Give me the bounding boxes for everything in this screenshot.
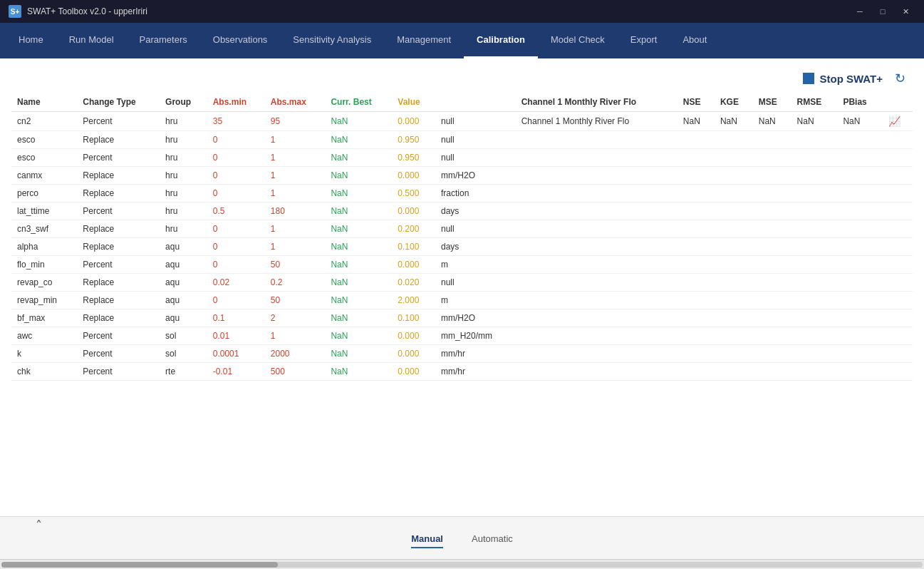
- table-cell: [837, 256, 882, 274]
- bottom-bar: ManualAutomatic: [0, 516, 924, 559]
- table-cell: 0.01: [207, 327, 265, 345]
- table-cell: [791, 363, 838, 381]
- table-cell: [791, 292, 838, 309]
- table-cell: NaN: [837, 112, 882, 131]
- table-cell: [791, 185, 838, 203]
- chart-icon-cell[interactable]: 📈: [883, 112, 913, 131]
- table-cell: aqu: [160, 238, 207, 256]
- table-cell: 1: [265, 220, 326, 238]
- nav-item-run-model[interactable]: Run Model: [56, 23, 127, 58]
- table-cell: [837, 345, 882, 363]
- table-cell: [715, 274, 753, 292]
- nav-item-home[interactable]: Home: [6, 23, 56, 58]
- table-cell: [678, 274, 715, 292]
- table-cell: NaN: [325, 131, 392, 149]
- horizontal-scrollbar-track[interactable]: [1, 562, 923, 568]
- table-cell: [791, 309, 838, 327]
- col-header-change-type: Change Type: [77, 93, 160, 112]
- maximize-button[interactable]: □: [873, 4, 893, 19]
- table-cell: [715, 149, 753, 167]
- table-cell: [715, 309, 753, 327]
- table-cell: [753, 167, 791, 185]
- table-cell: 1: [265, 327, 326, 345]
- parameters-table: Name Change Type Group Abs.min Abs.max C…: [11, 93, 913, 381]
- table-cell: 0.000: [392, 256, 435, 274]
- table-cell: [516, 185, 678, 203]
- col-header-group: Group: [160, 93, 207, 112]
- chart-icon-cell: [883, 185, 913, 203]
- refresh-button[interactable]: ↻: [890, 68, 910, 88]
- nav-item-sensitivity-analysis[interactable]: Sensitivity Analysis: [280, 23, 384, 58]
- table-cell: [791, 220, 838, 238]
- table-cell: Replace: [77, 185, 160, 203]
- table-cell: sol: [160, 327, 207, 345]
- table-body: cn2Percenthru3595NaN0.000nullChannel 1 M…: [11, 112, 913, 381]
- table-cell: k: [11, 345, 77, 363]
- table-cell: m: [435, 256, 516, 274]
- table-cell: fraction: [435, 185, 516, 203]
- table-cell: 0.100: [392, 238, 435, 256]
- chart-icon-cell: [883, 274, 913, 292]
- table-cell: [678, 149, 715, 167]
- chart-icon-cell: [883, 149, 913, 167]
- table-cell: -0.01: [207, 363, 265, 381]
- table-cell: [791, 238, 838, 256]
- table-cell: 0.000: [392, 167, 435, 185]
- table-cell: hru: [160, 203, 207, 220]
- table-cell: [678, 220, 715, 238]
- col-header-obs: Channel 1 Monthly River Flo: [516, 93, 678, 112]
- table-cell: perco: [11, 185, 77, 203]
- line-chart-icon[interactable]: 📈: [888, 116, 900, 127]
- table-row: revap_coReplaceaqu0.020.2NaN0.020null: [11, 274, 913, 292]
- stop-swat-button[interactable]: Stop SWAT+: [803, 73, 883, 85]
- table-cell: alpha: [11, 238, 77, 256]
- col-header-chart: [883, 93, 913, 112]
- bottom-tab-manual[interactable]: Manual: [411, 533, 443, 548]
- table-cell: [678, 345, 715, 363]
- table-cell: 0: [207, 149, 265, 167]
- nav-item-model-check[interactable]: Model Check: [538, 23, 618, 58]
- table-row: cn2Percenthru3595NaN0.000nullChannel 1 M…: [11, 112, 913, 131]
- table-cell: Channel 1 Monthly River Flo: [516, 112, 678, 131]
- table-cell: [837, 292, 882, 309]
- bottom-tab-automatic[interactable]: Automatic: [472, 533, 513, 548]
- table-cell: [791, 345, 838, 363]
- nav-item-about[interactable]: About: [670, 23, 720, 58]
- table-cell: 1: [265, 149, 326, 167]
- horizontal-scrollbar-thumb[interactable]: [1, 562, 278, 568]
- table-cell: [837, 327, 882, 345]
- table-cell: [791, 131, 838, 149]
- close-button[interactable]: ✕: [896, 4, 915, 19]
- nav-item-parameters[interactable]: Parameters: [127, 23, 200, 58]
- chart-icon-cell: [883, 167, 913, 185]
- table-cell: Percent: [77, 149, 160, 167]
- table-cell: null: [435, 274, 516, 292]
- table-cell: [791, 167, 838, 185]
- table-cell: Percent: [77, 345, 160, 363]
- nav-item-calibration[interactable]: Calibration: [464, 23, 538, 58]
- table-cell: m: [435, 292, 516, 309]
- table-cell: [753, 327, 791, 345]
- table-cell: NaN: [325, 292, 392, 309]
- table-cell: [791, 149, 838, 167]
- nav-item-observations[interactable]: Observations: [200, 23, 281, 58]
- nav-item-management[interactable]: Management: [384, 23, 464, 58]
- nav-item-export[interactable]: Export: [618, 23, 670, 58]
- table-cell: [791, 274, 838, 292]
- table-cell: [678, 309, 715, 327]
- minimize-button[interactable]: ─: [850, 4, 870, 19]
- table-cell: days: [435, 238, 516, 256]
- col-header-value: Value: [392, 93, 435, 112]
- table-cell: [516, 149, 678, 167]
- table-cell: [678, 327, 715, 345]
- table-cell: 0: [207, 185, 265, 203]
- table-cell: [715, 345, 753, 363]
- table-cell: 0: [207, 292, 265, 309]
- table-cell: [715, 131, 753, 149]
- table-cell: flo_min: [11, 256, 77, 274]
- scrollbar-area[interactable]: [0, 559, 924, 569]
- app-icon: S+: [9, 5, 21, 18]
- scroll-up-button[interactable]: ˄: [36, 518, 42, 533]
- table-cell: NaN: [325, 274, 392, 292]
- table-cell: [516, 363, 678, 381]
